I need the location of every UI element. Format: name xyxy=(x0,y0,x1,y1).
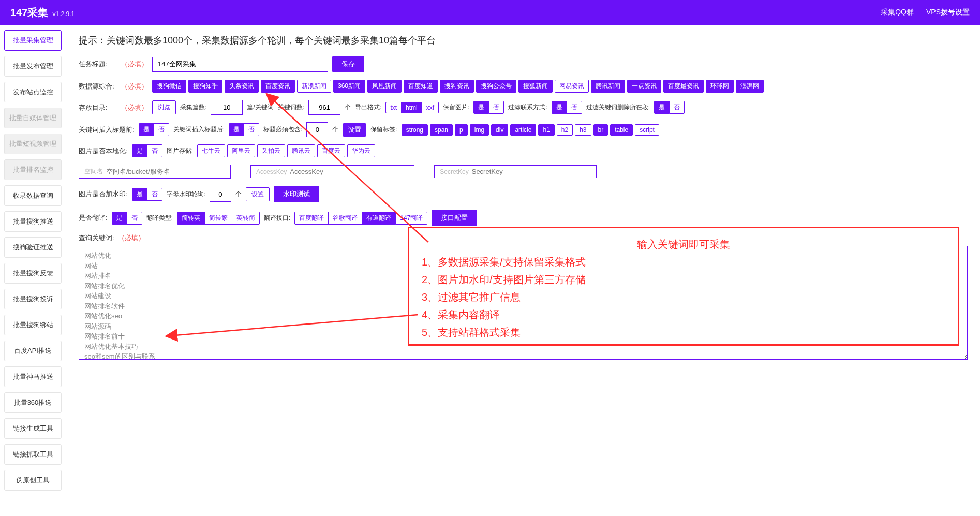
imgstore-tag-4[interactable]: 百度云 xyxy=(317,144,345,157)
translate-iface-tag-0[interactable]: 百度翻译 xyxy=(294,212,329,225)
translate-tag-1[interactable]: 否 xyxy=(127,212,142,225)
export-tag-2[interactable]: xxf xyxy=(422,102,439,113)
keeptag-tag-1[interactable]: span xyxy=(430,124,453,136)
source-tag-11[interactable]: 网易资讯 xyxy=(555,80,589,93)
cloud-ak-input[interactable] xyxy=(290,168,409,175)
cloud-space-input[interactable] xyxy=(106,168,225,175)
imgstore-tag-3[interactable]: 腾讯云 xyxy=(287,144,315,157)
keeptag-tag-4[interactable]: div xyxy=(491,124,508,136)
source-tag-16[interactable]: 澎湃网 xyxy=(736,80,764,93)
sidebar-item-6[interactable]: 收录数据查询 xyxy=(4,185,62,206)
source-tag-8[interactable]: 搜狗资讯 xyxy=(440,80,474,93)
export-tag-0[interactable]: txt xyxy=(385,102,402,113)
imgstore-tag-5[interactable]: 华为云 xyxy=(347,144,375,157)
sidebar-item-13[interactable]: 批量神马推送 xyxy=(4,366,62,387)
insert-after-tag-0[interactable]: 是 xyxy=(229,123,244,136)
must-label: 标题必须包含: xyxy=(263,125,302,134)
kw-count-input[interactable] xyxy=(308,100,340,115)
translate-iface-tag-2[interactable]: 有道翻译 xyxy=(362,212,396,225)
sidebar-item-9[interactable]: 批量搜狗反馈 xyxy=(4,263,62,284)
browse-button[interactable]: 浏览 xyxy=(152,100,176,114)
export-tag-1[interactable]: html xyxy=(401,102,422,113)
imglocal-tag-0[interactable]: 是 xyxy=(132,144,147,157)
source-tag-15[interactable]: 环球网 xyxy=(706,80,734,93)
translate-iface-tag-3[interactable]: 147翻译 xyxy=(395,212,427,225)
rotate-label: 字母水印轮询: xyxy=(167,190,205,199)
insert-before-tag-1[interactable]: 否 xyxy=(154,123,169,136)
imgstore-tag-1[interactable]: 阿里云 xyxy=(227,144,255,157)
keeptag-tag-9[interactable]: br xyxy=(593,124,608,136)
keepimg-tag-0[interactable]: 是 xyxy=(473,101,489,114)
link-qq-group[interactable]: 采集QQ群 xyxy=(881,8,914,17)
keeptag-tag-3[interactable]: img xyxy=(470,124,489,136)
imgstore-tag-2[interactable]: 又拍云 xyxy=(257,144,285,157)
translate-type-tag-2[interactable]: 英转简 xyxy=(232,212,260,225)
insert-after-tag-1[interactable]: 否 xyxy=(244,123,259,136)
watermark-tag-1[interactable]: 否 xyxy=(147,188,162,201)
sidebar-item-0[interactable]: 批量采集管理 xyxy=(4,30,62,51)
sidebar-item-17[interactable]: 伪原创工具 xyxy=(4,470,62,491)
translate-iface-tag-1[interactable]: 谷歌翻译 xyxy=(328,212,362,225)
cloud-space-prefix: 空间名 xyxy=(84,167,103,176)
sidebar-item-14[interactable]: 批量360推送 xyxy=(4,392,62,413)
sidebar-item-7[interactable]: 批量搜狗推送 xyxy=(4,211,62,232)
translate-cfg-button[interactable]: 接口配置 xyxy=(432,210,477,226)
link-vps-dial[interactable]: VPS拨号设置 xyxy=(926,8,970,17)
keeptag-tag-2[interactable]: p xyxy=(455,124,468,136)
sidebar-item-10[interactable]: 批量搜狗投诉 xyxy=(4,289,62,309)
collect-per-input[interactable] xyxy=(211,100,243,115)
filterkw-tag-1[interactable]: 否 xyxy=(669,101,685,114)
keeptag-tag-11[interactable]: script xyxy=(635,124,659,136)
sidebar-item-11[interactable]: 批量搜狗绑站 xyxy=(4,315,62,335)
rotate-input[interactable] xyxy=(210,187,231,202)
keeptag-tag-7[interactable]: h2 xyxy=(557,124,573,136)
translate-type-tag-1[interactable]: 简转繁 xyxy=(204,212,232,225)
sidebar-item-16[interactable]: 链接抓取工具 xyxy=(4,444,62,465)
cloud-sk-input[interactable] xyxy=(472,168,591,175)
source-tag-13[interactable]: 一点资讯 xyxy=(627,80,661,93)
source-tag-1[interactable]: 搜狗知乎 xyxy=(188,80,222,93)
source-tag-0[interactable]: 搜狗微信 xyxy=(152,80,186,93)
source-tag-3[interactable]: 百度资讯 xyxy=(261,80,295,93)
translate-tag-0[interactable]: 是 xyxy=(112,212,127,225)
sidebar-item-8[interactable]: 搜狗验证推送 xyxy=(4,237,62,258)
task-title-input[interactable] xyxy=(152,57,328,72)
source-tag-6[interactable]: 凤凰新闻 xyxy=(367,80,402,93)
rotate-unit: 个 xyxy=(235,190,242,199)
filtercontact-tag-0[interactable]: 是 xyxy=(552,101,567,114)
imgstore-tag-0[interactable]: 七牛云 xyxy=(197,144,225,157)
sidebar-item-1[interactable]: 批量发布管理 xyxy=(4,56,62,77)
sidebar-item-12[interactable]: 百度API推送 xyxy=(4,341,62,361)
keeptag-tag-0[interactable]: strong xyxy=(402,124,428,136)
source-tag-2[interactable]: 头条资讯 xyxy=(225,80,259,93)
source-tag-5[interactable]: 360新闻 xyxy=(333,80,365,93)
keeptag-tag-8[interactable]: h3 xyxy=(575,124,591,136)
filterkw-tag-0[interactable]: 是 xyxy=(654,101,670,114)
must-input[interactable] xyxy=(306,122,328,137)
save-button[interactable]: 保存 xyxy=(332,56,364,72)
source-tag-9[interactable]: 搜狗公众号 xyxy=(476,80,516,93)
sidebar-item-2[interactable]: 发布站点监控 xyxy=(4,82,62,102)
keeptag-tag-5[interactable]: article xyxy=(510,124,536,136)
rotate-set-button[interactable]: 设置 xyxy=(246,187,270,201)
filterkw-label: 过滤关键词删除所在段: xyxy=(586,103,650,112)
export-label: 导出格式: xyxy=(355,103,381,112)
imglocal-tag-1[interactable]: 否 xyxy=(147,144,162,157)
insert-before-tag-0[interactable]: 是 xyxy=(139,123,154,136)
keeptag-tag-6[interactable]: h1 xyxy=(538,124,554,136)
keepimg-tag-1[interactable]: 否 xyxy=(488,101,504,114)
translate-type-tag-0[interactable]: 简转英 xyxy=(177,212,205,225)
watermark-test-button[interactable]: 水印测试 xyxy=(274,186,319,202)
source-tag-4[interactable]: 新浪新闻 xyxy=(297,80,331,93)
must-set-button[interactable]: 设置 xyxy=(343,123,366,137)
keywords-textarea[interactable] xyxy=(79,246,968,360)
sidebar-item-15[interactable]: 链接生成工具 xyxy=(4,418,62,439)
source-tag-10[interactable]: 搜狐新闻 xyxy=(518,80,553,93)
filtercontact-tag-1[interactable]: 否 xyxy=(567,101,582,114)
keeptag-tag-10[interactable]: table xyxy=(610,124,633,136)
watermark-tag-0[interactable]: 是 xyxy=(132,188,147,201)
source-tag-14[interactable]: 百度最资讯 xyxy=(663,80,704,93)
watermark-label: 图片是否加水印: xyxy=(79,189,128,199)
source-tag-7[interactable]: 百度知道 xyxy=(404,80,438,93)
source-tag-12[interactable]: 腾讯新闻 xyxy=(591,80,625,93)
